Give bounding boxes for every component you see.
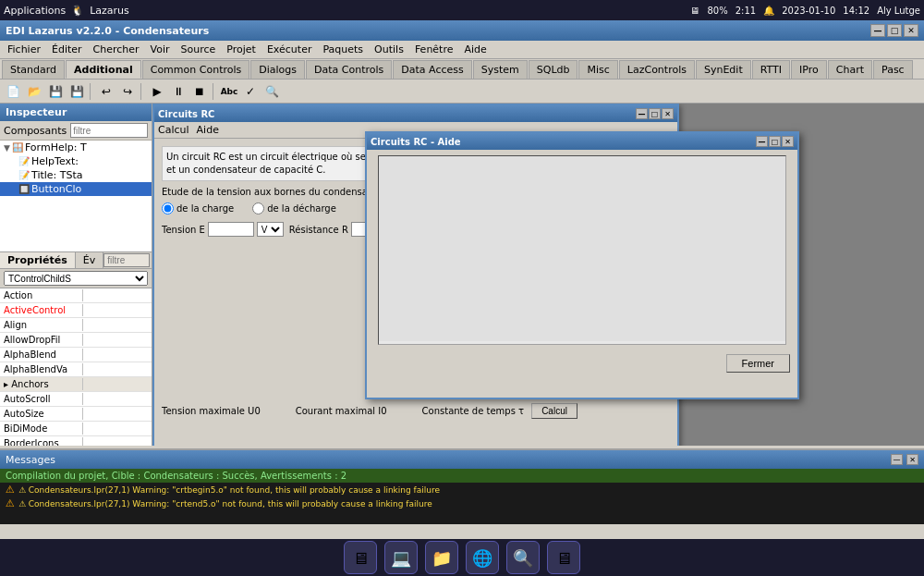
tree-item-helptext[interactable]: 📝 HelpText: [0, 154, 152, 168]
save-all-icon[interactable]: 💾 [67, 81, 87, 102]
tree-item-title[interactable]: 📝 Title: TSta [0, 168, 152, 182]
props-filter-input[interactable] [103, 253, 150, 267]
menu-chercher[interactable]: Chercher [88, 42, 145, 57]
taskbar-right: 🖥 80% 2:11 🔔 2023-01-10 14:12 Aly Lutge [690, 6, 920, 16]
messages-minimize-btn[interactable]: — [891, 454, 903, 465]
tension-input[interactable] [208, 222, 254, 237]
dock-item-5[interactable]: 🔍 [506, 541, 540, 574]
taskbar-bottom: 🖥 💻 📁 🌐 🔍 🖥 [0, 539, 924, 576]
components-filter[interactable] [70, 123, 148, 138]
menu-fichier[interactable]: Fichier [2, 42, 46, 57]
undo-icon[interactable]: ↩ [96, 81, 116, 102]
messages-content: Compilation du projet, Cible : Condensat… [0, 469, 924, 524]
tab-standard[interactable]: Standard [2, 60, 65, 79]
circuits-maximize-btn[interactable]: □ [649, 108, 661, 119]
tab-dialogs[interactable]: Dialogs [250, 60, 305, 79]
prop-alphablendva[interactable]: AlphaBlendVa [0, 362, 152, 377]
messages-header: Messages — ✕ [0, 450, 924, 469]
inspector-title: Inspecteur [0, 104, 152, 121]
prop-align[interactable]: Align [0, 318, 152, 333]
screen-icon: 🖥 [690, 6, 699, 16]
components-label: Composants [4, 125, 67, 137]
aide-maximize-btn[interactable]: □ [769, 136, 781, 147]
new-icon[interactable]: 📄 [3, 81, 23, 102]
tab-misc[interactable]: Misc [578, 60, 617, 79]
tree-item-formhelp[interactable]: ▼ 🪟 FormHelp: T [0, 141, 152, 154]
menu-outils[interactable]: Outils [369, 42, 409, 57]
open-icon[interactable]: 📂 [24, 81, 44, 102]
tab-proprietes[interactable]: Propriétés [0, 252, 76, 268]
tab-ev[interactable]: Év [76, 252, 103, 268]
prop-bidimode[interactable]: BiDiMode [0, 422, 152, 436]
prop-allowdrop[interactable]: AllowDropFil [0, 333, 152, 348]
radio-charge[interactable]: de la charge [162, 202, 234, 214]
radio-decharge[interactable]: de la décharge [252, 202, 336, 214]
label-icon-2: 📝 [18, 170, 30, 180]
tree-item-button[interactable]: 🔲 ButtonClo [0, 182, 152, 196]
calcul-button[interactable]: Calcul [531, 403, 578, 419]
lazarus-label[interactable]: Lazarus [90, 5, 129, 17]
tab-ipro[interactable]: IPro [791, 60, 827, 79]
menu-aide[interactable]: Aide [458, 42, 492, 57]
tab-additional[interactable]: Additional [66, 60, 141, 79]
aide-textarea[interactable] [379, 156, 785, 341]
msg-warning-2: ⚠ ⚠ Condensateurs.lpr(27,1) Warning: "cr… [0, 496, 924, 510]
dock-item-2[interactable]: 💻 [384, 541, 418, 574]
applications-menu[interactable]: Applications [4, 5, 66, 17]
stop-icon[interactable]: ⏹ [189, 81, 210, 102]
circuits-close-btn[interactable]: ✕ [662, 108, 674, 119]
label-icon: 📝 [18, 156, 30, 166]
pause-icon[interactable]: ⏸ [168, 81, 188, 102]
menu-executer[interactable]: Exécuter [261, 42, 318, 57]
dock-item-1[interactable]: 🖥 [344, 541, 377, 574]
check-icon[interactable]: ✓ [240, 81, 261, 102]
redo-icon[interactable]: ↪ [117, 81, 138, 102]
control-type-dropdown[interactable]: TControlChildS [4, 271, 148, 286]
menu-paquets[interactable]: Paquets [317, 42, 369, 57]
messages-close-btn[interactable]: ✕ [906, 454, 918, 465]
run-icon[interactable]: ▶ [147, 81, 167, 102]
search-icon[interactable]: 🔍 [261, 81, 282, 102]
dock-item-3[interactable]: 📁 [425, 541, 458, 574]
prop-bordericons[interactable]: BorderIcons [0, 436, 152, 446]
tab-pasc[interactable]: Pasc [873, 60, 913, 79]
fermer-button[interactable]: Fermer [726, 354, 790, 373]
ide-title: EDI Lazarus v2.2.0 - Condensateurs [6, 25, 209, 37]
close-button[interactable]: ✕ [904, 24, 918, 37]
prop-action[interactable]: Action [0, 288, 152, 303]
menu-fenetre[interactable]: Fenêtre [409, 42, 459, 57]
tab-common-controls[interactable]: Common Controls [142, 60, 250, 79]
aide-titlebar: Circuits RC - Aide — □ ✕ [367, 133, 797, 150]
save-icon[interactable]: 💾 [45, 81, 66, 102]
circuits-minimize-btn[interactable]: — [636, 108, 648, 119]
prop-anchors[interactable]: ▸ Anchors [0, 377, 152, 392]
menu-voir[interactable]: Voir [145, 42, 176, 57]
prop-autoscroll[interactable]: AutoScroll [0, 392, 152, 407]
tab-system[interactable]: System [473, 60, 528, 79]
tab-data-controls[interactable]: Data Controls [306, 60, 392, 79]
prop-activecontrol[interactable]: ActiveControl [0, 303, 152, 318]
tab-data-access[interactable]: Data Access [393, 60, 471, 79]
dock-item-6[interactable]: 🖥 [547, 541, 580, 574]
prop-autosize[interactable]: AutoSize [0, 407, 152, 422]
menu-calcul[interactable]: Calcul [158, 124, 189, 136]
maximize-button[interactable]: □ [887, 24, 902, 37]
dock-item-4[interactable]: 🌐 [466, 541, 499, 574]
menu-editer[interactable]: Éditer [46, 42, 88, 57]
aide-close-btn[interactable]: ✕ [782, 136, 794, 147]
tension-unit[interactable]: V [257, 222, 284, 237]
tab-chart[interactable]: Chart [828, 60, 872, 79]
minimize-button[interactable]: — [870, 24, 885, 37]
toolbar-separator-2 [140, 83, 144, 100]
tab-sqldb[interactable]: SQLdb [529, 60, 578, 79]
tab-synedit[interactable]: SynEdit [696, 60, 751, 79]
warning-icon-1: ⚠ [6, 484, 15, 496]
menu-aide-rc[interactable]: Aide [197, 124, 219, 136]
prop-alphablend[interactable]: AlphaBlend [0, 348, 152, 362]
abc-icon[interactable]: Abc [219, 81, 239, 102]
tab-rtti[interactable]: RTTI [752, 60, 790, 79]
menu-projet[interactable]: Projet [221, 42, 261, 57]
menu-source[interactable]: Source [176, 42, 222, 57]
aide-minimize-btn[interactable]: — [756, 136, 768, 147]
tab-lazcontrols[interactable]: LazControls [619, 60, 695, 79]
